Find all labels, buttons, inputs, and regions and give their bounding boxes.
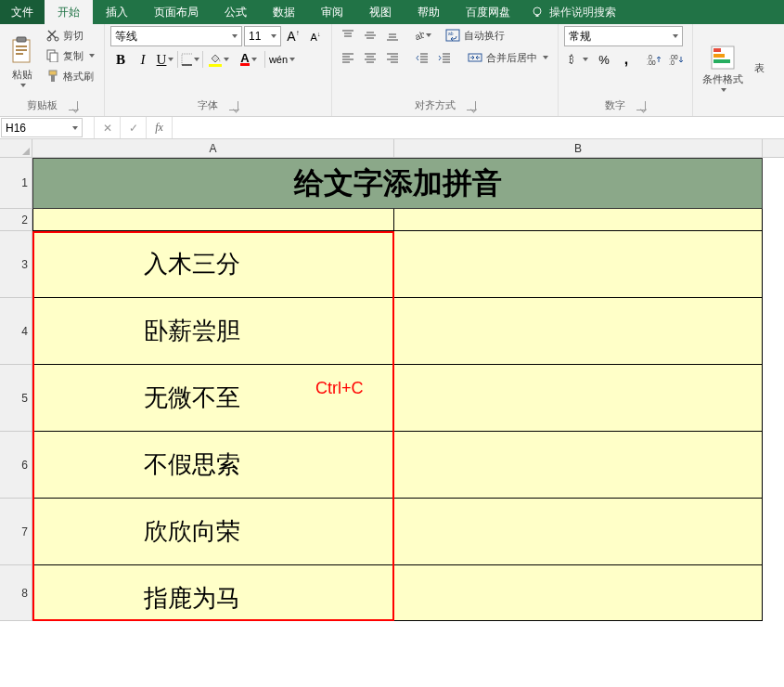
number-dialog-launcher[interactable] — [636, 101, 646, 110]
tab-home[interactable]: 开始 — [45, 0, 93, 24]
align-right-icon — [386, 51, 399, 64]
increase-font-button[interactable]: A↑ — [283, 27, 303, 45]
indent-icon — [438, 51, 451, 64]
align-right-button[interactable] — [382, 48, 403, 67]
ribbon-toolbar: 粘贴 剪切 复制 格式刷 剪贴板 — [0, 24, 784, 117]
fill-color-swatch — [209, 64, 222, 67]
tab-help[interactable]: 帮助 — [405, 0, 453, 24]
tell-me-search[interactable]: 操作说明搜索 — [531, 0, 616, 24]
select-all-button[interactable] — [0, 139, 32, 157]
chevron-down-icon — [224, 58, 229, 61]
cancel-formula-button[interactable]: ✕ — [95, 117, 121, 138]
italic-button[interactable]: I — [133, 50, 153, 69]
row-header-1[interactable]: 1 — [0, 158, 32, 209]
decrease-font-button[interactable]: A↓ — [305, 27, 326, 45]
svg-rect-12 — [51, 75, 55, 82]
align-top-icon — [341, 29, 354, 42]
cell-A2[interactable] — [32, 209, 394, 231]
name-box[interactable]: H16 — [1, 118, 83, 137]
comma-button[interactable]: , — [616, 50, 636, 69]
align-center-button[interactable] — [360, 48, 380, 67]
font-size-select[interactable]: 11 — [244, 26, 281, 46]
tab-insert[interactable]: 插入 — [93, 0, 141, 24]
cell-B4[interactable] — [394, 298, 763, 365]
cell-B6[interactable] — [394, 432, 763, 499]
accounting-format-button[interactable]: ₿ — [564, 50, 592, 69]
cell-B7[interactable] — [394, 499, 763, 565]
row-header-6[interactable]: 6 — [0, 432, 32, 499]
tab-data[interactable]: 数据 — [260, 0, 308, 24]
phonetic-button[interactable]: wén — [267, 50, 297, 69]
col-header-B[interactable]: B — [394, 139, 763, 157]
cell-A5[interactable]: 无微不至 — [32, 365, 394, 432]
increase-font-icon: A↑ — [287, 29, 299, 44]
bold-button[interactable]: B — [110, 50, 131, 69]
col-header-A[interactable]: A — [32, 139, 394, 157]
row-header-5[interactable]: 5 — [0, 365, 32, 432]
tab-view[interactable]: 视图 — [356, 0, 405, 24]
cell-A4[interactable]: 卧薪尝胆 — [32, 298, 394, 365]
wrap-label: 自动换行 — [464, 29, 505, 43]
increase-indent-button[interactable] — [434, 48, 455, 67]
percent-button[interactable]: % — [594, 50, 614, 69]
row-header-8[interactable]: 8 — [0, 565, 32, 621]
cell-B5[interactable] — [394, 365, 763, 432]
decrease-decimal-button[interactable]: .00.0 — [666, 50, 687, 69]
keyboard-hint-annotation: Ctrl+C — [315, 379, 364, 398]
brush-icon — [46, 70, 59, 83]
font-name-select[interactable]: 等线 — [110, 26, 242, 46]
cell-B2[interactable] — [394, 209, 763, 231]
scissors-icon — [46, 29, 59, 42]
wrap-text-button[interactable]: ab 自动换行 — [442, 26, 508, 45]
svg-rect-56 — [713, 59, 730, 63]
chevron-down-icon — [543, 56, 548, 59]
fill-color-button[interactable] — [205, 50, 233, 69]
row-7: 7 欣欣向荣 — [0, 499, 784, 565]
format-painter-button[interactable]: 格式刷 — [43, 67, 98, 85]
underline-button[interactable]: U — [155, 50, 175, 69]
font-dialog-launcher[interactable] — [229, 101, 238, 110]
svg-point-8 — [55, 37, 58, 41]
row-header-2[interactable]: 2 — [0, 209, 32, 231]
cell-A3[interactable]: 入木三分 — [32, 231, 394, 298]
number-format-select[interactable]: 常规 — [564, 26, 683, 46]
conditional-format-button[interactable]: 条件格式 — [699, 26, 747, 110]
font-color-button[interactable]: A — [235, 50, 263, 69]
enter-formula-button[interactable]: ✓ — [121, 117, 147, 138]
tab-layout[interactable]: 页面布局 — [141, 0, 212, 24]
row-header-7[interactable]: 7 — [0, 499, 32, 565]
tab-file[interactable]: 文件 — [0, 0, 45, 24]
cell-B8[interactable] — [394, 565, 763, 621]
align-middle-button[interactable] — [360, 26, 380, 45]
cell-A6[interactable]: 不假思索 — [32, 432, 394, 499]
align-left-button[interactable] — [338, 48, 358, 67]
decrease-indent-button[interactable] — [412, 48, 432, 67]
cell-A7[interactable]: 欣欣向荣 — [32, 499, 394, 565]
cell-title[interactable]: 给文字添加拼音 — [32, 158, 763, 209]
paste-button[interactable]: 粘贴 — [6, 26, 39, 97]
tab-baidu[interactable]: 百度网盘 — [453, 0, 523, 24]
row-header-3[interactable]: 3 — [0, 231, 32, 298]
align-top-button[interactable] — [338, 26, 358, 45]
formula-input[interactable] — [173, 117, 784, 138]
align-bottom-button[interactable] — [382, 26, 403, 45]
cut-button[interactable]: 剪切 — [43, 26, 98, 45]
merge-center-button[interactable]: 合并后居中 — [464, 48, 552, 67]
row-header-4[interactable]: 4 — [0, 298, 32, 365]
orientation-button[interactable]: ab — [412, 26, 432, 45]
tab-formulas[interactable]: 公式 — [212, 0, 260, 24]
increase-decimal-button[interactable]: .0.00 — [644, 50, 664, 69]
tab-review[interactable]: 审阅 — [308, 0, 356, 24]
row-4: 4 卧薪尝胆 — [0, 298, 784, 365]
cell-B3[interactable] — [394, 231, 763, 298]
cell-A8[interactable]: 指鹿为马 — [32, 565, 394, 621]
inc-decimal-icon: .0.00 — [647, 53, 662, 66]
svg-text:.0: .0 — [669, 59, 675, 66]
insert-function-button[interactable]: fx — [147, 117, 173, 138]
table-format-button[interactable]: 表 — [751, 26, 767, 110]
alignment-dialog-launcher[interactable] — [467, 101, 476, 110]
clipboard-dialog-launcher[interactable] — [69, 101, 78, 110]
copy-button[interactable]: 复制 — [43, 46, 98, 65]
border-button[interactable] — [180, 50, 200, 69]
row-5: 5 无微不至 — [0, 365, 784, 432]
